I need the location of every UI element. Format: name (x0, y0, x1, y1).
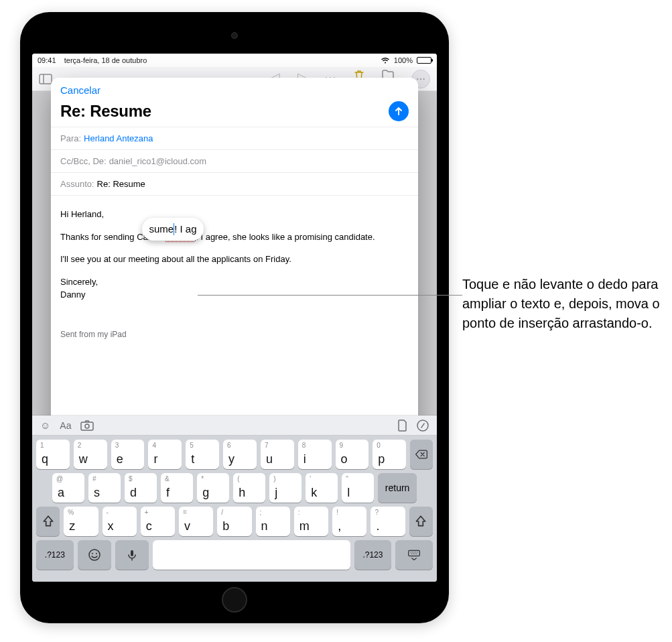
key-z[interactable]: %z (64, 507, 98, 536)
body-signoff: Sincerely, Danny (60, 275, 409, 302)
front-camera (231, 32, 238, 39)
cancel-button[interactable]: Cancelar (60, 84, 100, 96)
keyboard-toolbar: ☺ Aa (32, 415, 437, 436)
camera-button[interactable] (80, 420, 94, 431)
key-v[interactable]: =v (179, 507, 213, 536)
document-button[interactable] (398, 420, 407, 432)
keyboard-row-3: %z-x+c=v/b;n:m!,?. (35, 507, 434, 536)
loupe-text-a: sume (149, 222, 174, 237)
compose-title: Re: Resume (60, 102, 151, 121)
return-key[interactable]: return (378, 473, 417, 503)
key-t[interactable]: 5t (186, 440, 219, 469)
key-w[interactable]: 2w (74, 440, 107, 469)
svg-point-7 (96, 553, 97, 554)
battery-pct: 100% (394, 56, 413, 64)
shift-key-left[interactable] (36, 507, 60, 536)
body-paragraph-2: I'll see you at our meeting about all th… (60, 253, 409, 266)
svg-point-12 (413, 552, 414, 552)
ipad-device-frame: 09:41 terça-feira, 18 de outubro 100% ◁ (20, 12, 449, 623)
cc-value: daniel_rico1@icloud.com (109, 156, 206, 166)
keyboard-row-2: @a#s$d&f*g(h)j'k"lreturn (35, 473, 434, 503)
battery-icon (417, 57, 431, 64)
svg-point-11 (412, 552, 413, 552)
subject-field[interactable]: Assunto: Re: Resume (51, 172, 418, 195)
key-x[interactable]: -x (103, 507, 137, 536)
key-h[interactable]: (h (233, 473, 265, 503)
loupe-text-b: ! I ag (174, 222, 196, 237)
status-left: 09:41 terça-feira, 18 de outubro (38, 56, 147, 64)
key-c[interactable]: +c (141, 507, 175, 536)
svg-point-3 (85, 424, 89, 428)
emoji-key[interactable] (78, 540, 111, 570)
status-bar: 09:41 terça-feira, 18 de outubro 100% (32, 54, 437, 67)
dictation-key[interactable] (115, 540, 149, 570)
body-sign1: Sincerely, (60, 277, 98, 287)
key-m[interactable]: :m (294, 507, 328, 536)
compose-body[interactable]: sume! I ag Hi Herland, Thanks for sendin… (51, 195, 418, 362)
key-g[interactable]: *g (197, 473, 229, 503)
cc-label: Cc/Bcc, De: (60, 156, 107, 166)
key-i[interactable]: 8i (298, 440, 332, 469)
key-.[interactable]: ?. (371, 507, 405, 536)
shift-key-right[interactable] (409, 507, 433, 536)
format-button[interactable]: Aa (60, 420, 71, 431)
to-value[interactable]: Herland Antezana (84, 133, 153, 143)
keyboard: ☺ Aa 1q2w3e4r5t6y7u8i9o0p @a (32, 415, 437, 582)
cc-field[interactable]: Cc/Bcc, De: daniel_rico1@icloud.com (51, 149, 418, 172)
key-s[interactable]: #s (88, 473, 121, 503)
text-magnifier: sume! I ag (142, 218, 204, 241)
key-y[interactable]: 6y (223, 440, 257, 469)
body-signature: Sent from my iPad (60, 328, 409, 340)
key-d[interactable]: $d (125, 473, 157, 503)
key-r[interactable]: 4r (148, 440, 182, 469)
svg-point-14 (417, 552, 417, 552)
numbers-key-right[interactable]: .?123 (354, 540, 392, 570)
key-f[interactable]: &f (161, 473, 193, 503)
svg-point-13 (415, 552, 416, 552)
subject-value: Re: Resume (97, 179, 145, 189)
svg-point-10 (410, 552, 411, 552)
key-p[interactable]: 0p (373, 440, 406, 469)
sidebar-icon (39, 74, 52, 84)
hide-keyboard-key[interactable] (395, 540, 433, 570)
svg-point-17 (415, 554, 415, 554)
send-button[interactable] (389, 101, 409, 121)
body-paragraph-1: Thanks for sending Carol's résume! I agr… (60, 231, 409, 244)
key-a[interactable]: @a (52, 473, 84, 503)
svg-rect-8 (131, 550, 133, 556)
body-greeting: Hi Herland, (60, 208, 409, 221)
svg-rect-0 (40, 74, 52, 84)
svg-point-16 (413, 554, 413, 554)
keyboard-row-4: .?123 .?123 (35, 540, 434, 570)
status-time: 09:41 (38, 56, 56, 64)
callout-text: Toque e não levante o dedo para ampliar … (462, 275, 663, 333)
to-label: Para: (60, 133, 81, 143)
status-date: terça-feira, 18 de outubro (64, 56, 147, 64)
space-key[interactable] (153, 540, 350, 570)
key-j[interactable]: )j (269, 473, 301, 503)
status-right: 100% (381, 56, 431, 64)
key-n[interactable]: ;n (256, 507, 290, 536)
numbers-key-left[interactable]: .?123 (36, 540, 74, 570)
subject-label: Assunto: (60, 179, 94, 189)
key-l[interactable]: "l (342, 473, 374, 503)
keyboard-row-1: 1q2w3e4r5t6y7u8i9o0p (35, 440, 434, 469)
to-field[interactable]: Para: Herland Antezana (51, 127, 418, 149)
svg-rect-2 (81, 422, 93, 430)
markup-button[interactable] (417, 420, 429, 432)
screen: 09:41 terça-feira, 18 de outubro 100% ◁ (32, 54, 437, 582)
key-e[interactable]: 3e (111, 440, 145, 469)
callout-leader-line (198, 295, 462, 296)
key-q[interactable]: 1q (36, 440, 70, 469)
backspace-key[interactable] (410, 440, 433, 469)
wifi-icon (381, 57, 390, 64)
key-k[interactable]: 'k (306, 473, 338, 503)
svg-point-15 (411, 554, 412, 554)
body-sign2: Danny (60, 290, 86, 300)
key-u[interactable]: 7u (261, 440, 294, 469)
key-o[interactable]: 9o (336, 440, 369, 469)
emoji-button[interactable]: ☺ (40, 420, 50, 431)
key-,[interactable]: !, (332, 507, 366, 536)
key-b[interactable]: /b (217, 507, 251, 536)
home-button[interactable] (222, 587, 247, 613)
